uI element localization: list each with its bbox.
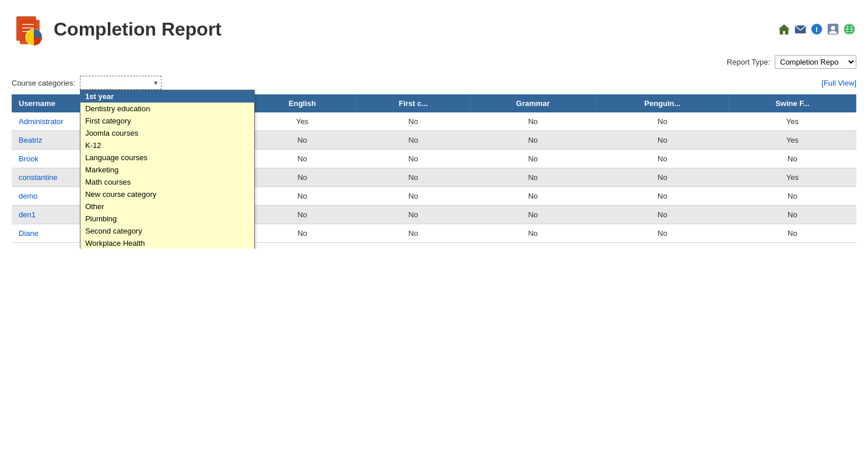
svg-point-11 [831,26,835,30]
cell-penguin: No [596,224,729,243]
cell-first-c: No [357,168,470,187]
cell-first-c: No [357,150,470,168]
col-swine-f: Swine F... [729,94,856,112]
top-nav-icons: i [777,22,856,36]
globe-icon[interactable] [842,22,856,36]
user-link-demo[interactable]: demo [19,192,38,200]
page-title: Completion Report [54,19,222,40]
cell-english: No [248,131,356,150]
cell-swine-f: Yes [729,112,856,131]
user-link-brook[interactable]: Brook [19,154,38,163]
dropdown-item-math[interactable]: Math courses [80,176,254,188]
dropdown-item-language[interactable]: Language courses [80,151,254,164]
cell-grammar: No [470,131,596,150]
category-dropdown-display[interactable] [80,76,161,90]
cell-grammar: No [470,168,596,187]
header: Completion Report i [12,6,856,55]
cell-first-c: No [357,131,470,150]
user-link-den1[interactable]: den1 [19,210,36,219]
user-link-beatriz[interactable]: Beatriz [19,136,42,144]
admin-icon[interactable] [826,22,840,36]
dropdown-item-marketing[interactable]: Marketing [80,164,254,176]
cell-english: No [248,206,356,224]
cell-first-c: No [357,206,470,224]
cell-first-c: No [357,224,470,243]
cell-english: No [248,224,356,243]
cell-first-c: No [357,187,470,206]
cell-swine-f: No [729,206,856,224]
dropdown-item-other[interactable]: Other [80,200,254,213]
home-icon[interactable] [777,22,791,36]
cell-swine-f: No [729,150,856,168]
dropdown-item-joomla[interactable]: Joomla courses [80,127,254,139]
cell-penguin: No [596,168,729,187]
col-first-c: First c... [357,94,470,112]
report-type-row: Report Type: Completion Repo [12,55,856,69]
cell-grammar: No [470,112,596,131]
svg-text:i: i [816,26,817,34]
info-icon[interactable]: i [810,22,824,36]
cell-swine-f: No [729,187,856,206]
cell-penguin: No [596,112,729,131]
cell-english: No [248,150,356,168]
dropdown-item-1st-year[interactable]: 1st year [80,90,254,103]
dropdown-item-k12[interactable]: K-12 [80,139,254,151]
user-link-constantine[interactable]: constantine [19,173,58,182]
col-english: English [248,94,356,112]
user-link-diane[interactable]: Diane [19,229,38,238]
cell-english: No [248,168,356,187]
col-penguin: Penguin... [596,94,729,112]
dropdown-item-first-category[interactable]: First category [80,115,254,127]
cell-english: No [248,187,356,206]
dropdown-item-workplace[interactable]: Workplace Health [80,237,254,249]
col-grammar: Grammar [470,94,596,112]
dropdown-item-plumbing[interactable]: Plumbing [80,213,254,225]
full-view-link[interactable]: [Full View] [821,79,856,87]
dropdown-item-dentistry[interactable]: Dentistry education [80,103,254,115]
cell-english: Yes [248,112,356,131]
cell-grammar: No [470,187,596,206]
report-type-select[interactable]: Completion Repo [775,55,856,69]
page-container: Completion Report i [0,0,868,249]
dropdown-item-new-course[interactable]: New course category [80,188,254,200]
filter-left: Course categories: 1st year Dentistry ed… [12,76,161,90]
dropdown-item-second[interactable]: Second category [80,225,254,237]
category-dropdown-wrapper: 1st year Dentistry education First categ… [80,76,161,90]
category-dropdown-menu: 1st year Dentistry education First categ… [80,90,255,249]
cell-grammar: No [470,150,596,168]
header-left: Completion Report [12,12,222,47]
cell-swine-f: No [729,224,856,243]
cell-grammar: No [470,224,596,243]
email-icon[interactable] [793,22,807,36]
app-logo-icon [12,12,47,47]
report-type-label: Report Type: [727,58,770,66]
cell-swine-f: Yes [729,131,856,150]
cell-grammar: No [470,206,596,224]
user-link-administrator[interactable]: Administrator [19,117,64,126]
cell-swine-f: Yes [729,168,856,187]
cell-penguin: No [596,206,729,224]
cell-penguin: No [596,150,729,168]
cell-penguin: No [596,187,729,206]
course-categories-label: Course categories: [12,79,75,87]
filter-row: Course categories: 1st year Dentistry ed… [12,76,856,90]
cell-penguin: No [596,131,729,150]
cell-first-c: No [357,112,470,131]
svg-marker-6 [779,24,789,34]
